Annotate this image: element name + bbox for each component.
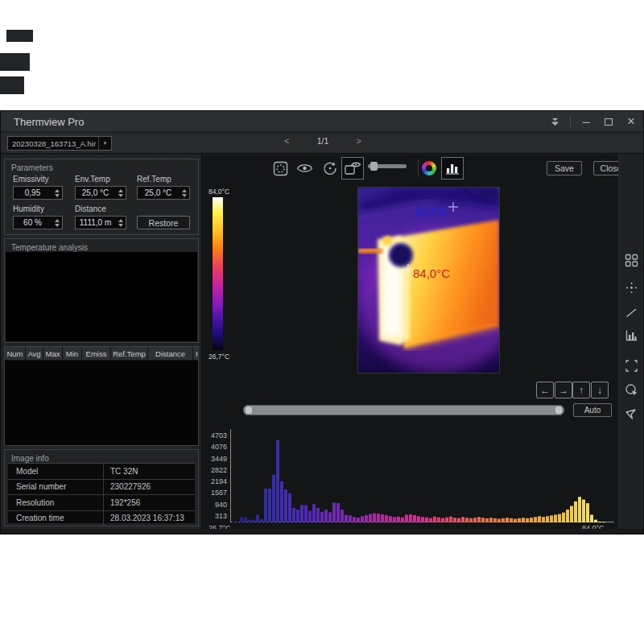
save-button[interactable]: Save (547, 161, 582, 175)
range-handle-max[interactable] (555, 407, 562, 414)
pan-left-button[interactable]: ← (536, 382, 554, 398)
table-header-cell[interactable]: Min (63, 347, 82, 361)
histogram-y-tick: 4076 (211, 443, 227, 451)
histogram-bar (433, 517, 436, 522)
field-label: Distance (75, 204, 126, 213)
maximize-button[interactable] (601, 114, 616, 129)
circle-select-icon[interactable] (625, 383, 638, 397)
histogram-bar (397, 517, 400, 522)
visibility-button[interactable] (293, 157, 316, 180)
field-label: Env.Temp (75, 175, 126, 184)
info-row: Resolution192*256 (8, 495, 195, 511)
opacity-slider[interactable] (368, 164, 407, 168)
thermal-image[interactable]: 26,7°C 84,0°C (357, 187, 500, 374)
polygon-select-icon[interactable] (625, 407, 638, 421)
temperature-range-slider[interactable] (243, 405, 564, 415)
titlebar-divider (570, 116, 571, 127)
main-view: Save Close 84,0°C 26,7°C (202, 155, 618, 529)
histogram-bar (518, 518, 521, 522)
histogram-bar (316, 508, 320, 522)
env-temp-input[interactable]: 25,0 °C (75, 186, 126, 200)
table-header-cell[interactable]: Avg (26, 347, 43, 361)
select-area-button[interactable] (269, 157, 291, 180)
spinner-arrows-icon[interactable] (179, 187, 189, 199)
humidity-input[interactable]: 60 % (13, 216, 63, 229)
next-image-button[interactable]: > (357, 136, 361, 146)
histogram-y-tick: 4703 (211, 431, 227, 440)
histogram-bar (393, 517, 396, 522)
grid-tool-icon[interactable] (625, 254, 638, 267)
histogram-bar (602, 522, 605, 522)
spinner-arrows-icon[interactable] (52, 217, 62, 229)
toolbar-divider (418, 159, 419, 177)
spot-tool-icon[interactable] (625, 281, 638, 295)
left-panel: Parameters Emissivity 0,95 Env.Temp 25,0… (1, 155, 202, 529)
table-header-cell[interactable]: Emiss (82, 347, 111, 361)
histogram-bar (324, 510, 328, 522)
histogram-bar (385, 515, 388, 522)
histogram-bar (489, 518, 493, 522)
histogram-bar (558, 514, 561, 522)
overlay-toggle-button[interactable] (341, 157, 364, 180)
spinner-arrows-icon[interactable] (115, 187, 126, 199)
restore-button[interactable]: Restore (137, 216, 190, 229)
table-header-cell[interactable]: Ref.Temp (111, 347, 148, 361)
ref-temp-input[interactable]: 25,0 °C (137, 186, 190, 200)
histogram-bar (276, 440, 279, 522)
histogram-bar (292, 508, 295, 522)
distance-value: 1111,0 m (76, 218, 115, 227)
pan-right-button[interactable]: → (555, 382, 572, 398)
fullscreen-region-icon[interactable] (625, 359, 638, 373)
tool-rail (618, 155, 643, 529)
range-handle-min[interactable] (246, 407, 252, 414)
histogram-bar (300, 505, 303, 522)
spinner-arrows-icon[interactable] (52, 187, 62, 199)
slider-handle[interactable] (370, 162, 378, 171)
histogram-bar (522, 518, 525, 522)
histogram-bar (401, 518, 404, 522)
minimize-button[interactable]: ─ (579, 114, 593, 129)
measurements-table: NumAvgMaxMinEmissRef.TempDistanceH (4, 346, 199, 446)
histogram-bar (296, 510, 299, 522)
histogram-bar (284, 489, 287, 522)
line-tool-icon[interactable] (625, 306, 638, 320)
pan-down-button[interactable]: ↓ (591, 382, 609, 398)
pan-up-button[interactable]: ↑ (572, 382, 590, 398)
table-header-cell[interactable]: Num (5, 347, 26, 361)
image-info-title: Image info (5, 452, 49, 463)
file-dropdown[interactable]: 20230328_163713_A.hir ▼ (7, 136, 112, 151)
histogram-bar (538, 516, 541, 522)
table-header-row: NumAvgMaxMinEmissRef.TempDistanceH (5, 347, 198, 361)
emissivity-value: 0,95 (14, 188, 52, 197)
background-window-fragment (0, 76, 24, 94)
histogram-bar (449, 517, 452, 522)
image-info-table: ModelTC 32NSerial number230227926Resolut… (8, 463, 195, 523)
auto-scale-button[interactable]: Auto (573, 403, 612, 417)
table-header-cell[interactable]: Distance (148, 347, 193, 361)
rotate-button[interactable] (319, 157, 341, 180)
close-window-button[interactable]: × (624, 114, 638, 129)
prev-image-button[interactable]: < (284, 136, 289, 146)
spinner-arrows-icon[interactable] (115, 217, 126, 229)
histogram-toggle-button[interactable] (441, 157, 464, 180)
histogram-bar (570, 506, 573, 522)
table-header-cell[interactable]: Max (43, 347, 63, 361)
profile-chart-icon[interactable] (625, 328, 638, 342)
histogram-y-axis-labels: 470340763449282221941567940313 (202, 425, 229, 522)
histogram-bar (437, 518, 440, 522)
distance-input[interactable]: 1111,0 m (75, 216, 126, 229)
page-indicator: 1/1 (317, 136, 329, 146)
histogram-bar (389, 516, 392, 522)
palette-button[interactable] (422, 161, 436, 175)
histogram-bar (465, 518, 469, 522)
background-window-fragment (0, 53, 30, 71)
window-menu-icon[interactable] (547, 114, 562, 129)
background-window-fragment (6, 30, 33, 42)
info-row: ModelTC 32N (8, 464, 195, 480)
emissivity-input[interactable]: 0,95 (13, 186, 63, 200)
histogram-bar (272, 475, 275, 522)
app-title: Thermview Pro (14, 116, 84, 128)
histogram-bar (328, 512, 332, 522)
table-header-cell[interactable]: H (193, 347, 199, 361)
histogram-bar (353, 517, 356, 522)
